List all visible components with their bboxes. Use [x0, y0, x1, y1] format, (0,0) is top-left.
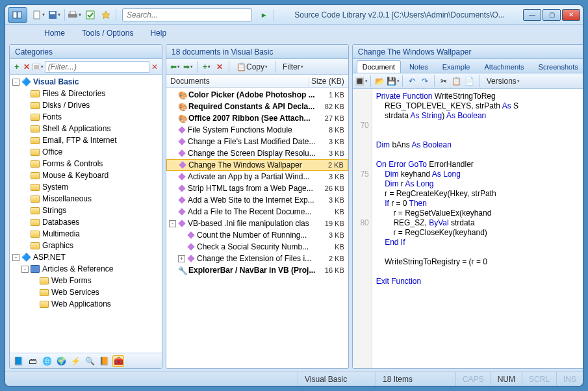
search-go-button[interactable]: ▸	[257, 8, 271, 22]
lang-vb-icon[interactable]: 📘	[12, 355, 24, 367]
tree-node[interactable]: -🔷ASP.NET	[10, 251, 162, 263]
document-row[interactable]: Check a Social Security Numb...KB	[166, 241, 348, 253]
code-editor[interactable]: 707580 Private Function WriteStringToReg…	[353, 89, 583, 368]
minimize-button[interactable]: —	[523, 9, 541, 21]
lang-tools-icon[interactable]: 🧰	[112, 355, 124, 367]
favorite-button[interactable]	[99, 8, 113, 22]
tree-node[interactable]: -Articles & Reference	[10, 263, 162, 275]
lang-db-icon[interactable]: 🗃	[27, 355, 38, 367]
tree-node[interactable]: Disks / Drives	[10, 99, 162, 111]
expand-toggle[interactable]: -	[12, 254, 19, 261]
search-input[interactable]	[122, 8, 252, 21]
tree-node[interactable]: Web Forms	[10, 275, 162, 286]
document-row[interactable]: 🎨Office 2007 Ribbon (See Attach...27 KB	[166, 112, 348, 124]
menu-home[interactable]: Home	[44, 29, 65, 38]
tree-node[interactable]: Strings	[10, 205, 162, 216]
diamond-icon	[178, 220, 185, 227]
lang-web-icon[interactable]: 🌐	[41, 355, 53, 367]
category-options-dropdown[interactable]	[32, 61, 44, 73]
tree-node[interactable]: Mouse & Keyboard	[10, 170, 162, 181]
document-row[interactable]: Strip HTML tags from a Web Page...26 KB	[166, 183, 348, 194]
maximize-button[interactable]: ▢	[543, 9, 561, 21]
document-row[interactable]: File System Functions Module8 KB	[166, 124, 348, 136]
clear-filter-button[interactable]: ✕	[151, 61, 159, 73]
col-size[interactable]: Size (KB)	[309, 77, 348, 86]
tree-node[interactable]: Web Services	[10, 286, 162, 298]
open-button[interactable]: 📂	[374, 75, 386, 87]
document-row[interactable]: -VB-based .Ini file manipulation clas19 …	[166, 218, 348, 229]
tab-notes[interactable]: Notes	[403, 60, 434, 73]
add-category-button[interactable]: +	[12, 61, 21, 73]
undo-button[interactable]: ↶	[406, 75, 418, 87]
expand-toggle[interactable]: -	[169, 220, 176, 227]
menu-tools[interactable]: Tools / Options	[82, 29, 133, 38]
back-button[interactable]: ⬅	[169, 61, 181, 73]
document-size: 27 KB	[316, 114, 348, 122]
lang-flash-icon[interactable]: ⚡	[70, 355, 81, 367]
document-row[interactable]: Count the Number of Running...3 KB	[166, 229, 348, 241]
expand-toggle[interactable]: -	[12, 79, 19, 86]
categories-tree[interactable]: -🔷Visual BasicFiles & DirectoriesDisks /…	[10, 75, 162, 353]
tree-node[interactable]: -🔷Visual Basic	[10, 76, 162, 88]
code-content[interactable]: Private Function WriteStringToReg REG_TO…	[372, 89, 583, 368]
paste-button[interactable]: 📄	[464, 75, 476, 87]
document-row[interactable]: Change The Windows Wallpaper2 KB	[166, 159, 348, 171]
versions-dropdown[interactable]: Versions	[483, 75, 524, 87]
tab-screenshots[interactable]: Screenshots	[533, 60, 583, 73]
document-row[interactable]: Change the Screen Display Resolu...3 KB	[166, 147, 348, 159]
document-row[interactable]: 🎨Required Constants & API Decla...82 KB	[166, 101, 348, 112]
document-row[interactable]: 🔧ExplorerBar / NavBar in VB (Proj...16 K…	[166, 264, 348, 276]
tree-node[interactable]: Graphics	[10, 240, 162, 251]
tab-example[interactable]: Example	[437, 60, 476, 73]
tab-document[interactable]: Document	[357, 60, 401, 73]
redo-button[interactable]: ↷	[419, 75, 431, 87]
lang-book-icon[interactable]: 📙	[98, 355, 110, 367]
save-button[interactable]: 💾	[387, 75, 399, 87]
document-row[interactable]: Change a File's Last Modified Date...3 K…	[166, 136, 348, 147]
tree-node[interactable]: Office	[10, 146, 162, 158]
menu-help[interactable]: Help	[150, 29, 166, 38]
document-row[interactable]: Add a File to The Recent Docume...KB	[166, 206, 348, 218]
copy-dropdown[interactable]: 📋 Copy	[233, 61, 272, 73]
tree-node[interactable]: Files & Directories	[10, 88, 162, 99]
tree-node[interactable]: Multimedia	[10, 228, 162, 240]
add-document-button[interactable]: +	[201, 61, 212, 73]
view-mode-dropdown[interactable]: 🔳	[355, 75, 367, 87]
delete-category-button[interactable]: ✕	[22, 61, 31, 73]
document-row[interactable]: 🎨Color Picker (Adobe Photoshop ...1 KB	[166, 89, 348, 101]
tree-node[interactable]: Miscellaneous	[10, 193, 162, 205]
tree-label: Web Forms	[51, 276, 92, 285]
document-row[interactable]: +Change the Extension of Files i...2 KB	[166, 253, 348, 264]
editor-toolbar: 🔳 📂 💾 ↶ ↷ ✂ 📋 📄 Versions	[353, 73, 583, 89]
new-dropdown[interactable]	[32, 8, 46, 22]
categories-filter-input[interactable]	[45, 61, 149, 73]
tree-node[interactable]: Web Applications	[10, 298, 162, 310]
folder-icon	[31, 102, 40, 109]
forward-button[interactable]: ➡	[182, 61, 194, 73]
tree-node[interactable]: Fonts	[10, 111, 162, 123]
delete-document-button[interactable]: ✕	[214, 61, 225, 73]
tree-node[interactable]: Forms & Controls	[10, 158, 162, 170]
document-row[interactable]: Activate an App by a Partial Wind...3 KB	[166, 171, 348, 183]
filter-dropdown[interactable]: Filter	[279, 61, 307, 73]
expand-toggle[interactable]: -	[21, 266, 29, 273]
cut-button[interactable]: ✂	[438, 75, 450, 87]
tree-label: Strings	[42, 206, 66, 215]
tree-node[interactable]: Shell & Applications	[10, 123, 162, 134]
lang-search-icon[interactable]: 🔍	[84, 355, 96, 367]
lang-net-icon[interactable]: 🌍	[55, 355, 67, 367]
tab-attachments[interactable]: Attachments	[478, 60, 530, 73]
tree-node[interactable]: Databases	[10, 216, 162, 228]
document-row[interactable]: Add a Web Site to the Internet Exp...3 K…	[166, 194, 348, 206]
check-button[interactable]	[83, 8, 97, 22]
expand-toggle[interactable]: +	[178, 255, 185, 262]
print-dropdown[interactable]	[68, 8, 82, 22]
documents-list[interactable]: 🎨Color Picker (Adobe Photoshop ...1 KB🎨R…	[166, 88, 348, 368]
close-button[interactable]: ✕	[562, 9, 580, 21]
tree-node[interactable]: System	[10, 181, 162, 193]
col-documents[interactable]: Documents	[166, 77, 309, 86]
tree-node[interactable]: Email, FTP & Internet	[10, 134, 162, 146]
copy-button[interactable]: 📋	[451, 75, 463, 87]
app-menu-button[interactable]	[8, 7, 27, 23]
save-dropdown[interactable]	[47, 8, 62, 22]
